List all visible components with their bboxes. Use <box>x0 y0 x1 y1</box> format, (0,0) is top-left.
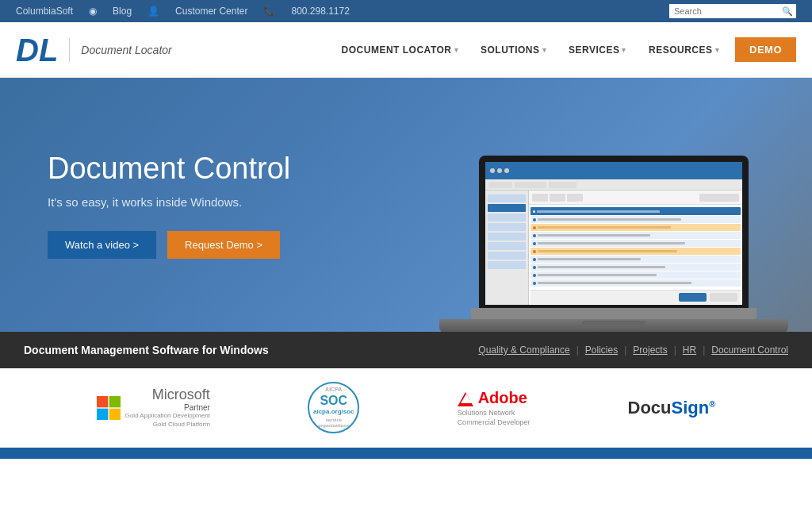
hero-buttons: Watch a video > Request Demo > <box>48 231 290 259</box>
demo-button[interactable]: DEMO <box>735 37 796 62</box>
laptop-base <box>439 319 788 332</box>
aicpa-partner: AICPA SOC aicpa.org/soc service organiza… <box>308 382 359 433</box>
top-bar: ColumbiaSoft ◉ Blog 👤 Customer Center 📞 … <box>0 0 812 22</box>
nav-item-solutions[interactable]: SOLUTIONS ▾ <box>469 38 557 62</box>
phone-number: 800.298.1172 <box>291 6 349 17</box>
request-demo-button[interactable]: Request Demo > <box>167 231 280 259</box>
adobe-logo: Adobe Solutions Network Commercial Devel… <box>458 389 530 426</box>
chevron-down-icon: ▾ <box>454 46 459 54</box>
docusign-partner: DocuSign® <box>628 398 716 418</box>
bottom-links: Quality & Compliance | Policies | Projec… <box>478 344 788 356</box>
link-document-control[interactable]: Document Control <box>711 344 788 356</box>
svg-rect-3 <box>109 408 120 419</box>
header: DL Document Locator DOCUMENT LOCATOR ▾ S… <box>0 22 812 78</box>
link-hr[interactable]: HR <box>683 344 696 356</box>
hero-text: Document Control It's so easy, it works … <box>48 151 290 259</box>
search-input[interactable] <box>669 4 796 18</box>
adobe-label: Adobe <box>478 389 527 407</box>
docusign-label2: Sign <box>672 398 710 418</box>
docusign-label1: Docu <box>628 398 672 418</box>
phone-icon: 📞 <box>263 6 275 17</box>
hero-title: Document Control <box>48 151 290 187</box>
nav-item-document-locator[interactable]: DOCUMENT LOCATOR ▾ <box>331 38 469 62</box>
microsoft-partner-label: Partner <box>184 403 210 412</box>
adobe-detail: Commercial Developer <box>458 418 530 426</box>
main-nav: DOCUMENT LOCATOR ▾ SOLUTIONS ▾ SERVICES … <box>331 37 796 62</box>
blog-link[interactable]: Blog <box>113 6 132 17</box>
laptop-base-top <box>471 308 756 319</box>
watch-video-button[interactable]: Watch a video > <box>48 231 156 259</box>
hero-subtitle: It's so easy, it works inside Windows. <box>48 195 290 209</box>
chevron-down-icon: ▾ <box>542 46 547 54</box>
microsoft-logo-icon <box>97 396 121 420</box>
logo[interactable]: DL Document Locator <box>16 34 172 66</box>
link-quality-compliance[interactable]: Quality & Compliance <box>478 344 569 356</box>
docusign-logo: DocuSign® <box>628 398 716 418</box>
user-icon: 👤 <box>147 6 159 17</box>
tagline: Document Management Software for Windows <box>24 344 269 356</box>
rss-icon: ◉ <box>89 6 97 17</box>
partners-section: Microsoft Partner Gold Application Devel… <box>0 368 812 448</box>
link-projects[interactable]: Projects <box>633 344 667 356</box>
blue-strip <box>0 448 812 459</box>
microsoft-detail2: Gold Cloud Platform <box>153 421 210 429</box>
laptop-screen-outer <box>479 156 749 308</box>
laptop-illustration <box>439 156 788 332</box>
logo-divider <box>69 38 70 62</box>
svg-rect-2 <box>97 408 108 419</box>
laptop-screen <box>485 162 742 305</box>
chevron-down-icon: ▾ <box>715 46 720 54</box>
svg-rect-1 <box>109 396 120 407</box>
aicpa-badge: AICPA SOC aicpa.org/soc service organiza… <box>308 382 359 433</box>
search-wrap: 🔍 <box>669 4 796 18</box>
adobe-sublabel: Solutions Network <box>458 409 515 417</box>
chevron-down-icon: ▾ <box>622 46 626 54</box>
microsoft-label: Microsoft <box>152 387 210 403</box>
svg-rect-0 <box>97 396 108 407</box>
nav-item-services[interactable]: SERVICES ▾ <box>557 38 638 62</box>
search-icon: 🔍 <box>782 6 793 17</box>
hero-section: Document Control It's so easy, it works … <box>0 78 812 332</box>
bottom-bar: Document Management Software for Windows… <box>0 332 812 368</box>
nav-item-resources[interactable]: RESOURCES ▾ <box>638 38 730 62</box>
docusign-reg: ® <box>709 398 715 408</box>
brand-link[interactable]: ColumbiaSoft <box>16 6 73 17</box>
microsoft-detail1: Gold Application Development <box>125 412 210 420</box>
customer-center-link[interactable]: Customer Center <box>175 6 247 17</box>
logo-dl: DL <box>16 34 58 66</box>
link-policies[interactable]: Policies <box>585 344 618 356</box>
adobe-partner: Adobe Solutions Network Commercial Devel… <box>458 389 530 426</box>
microsoft-partner: Microsoft Partner Gold Application Devel… <box>97 387 210 429</box>
logo-name: Document Locator <box>81 44 171 56</box>
